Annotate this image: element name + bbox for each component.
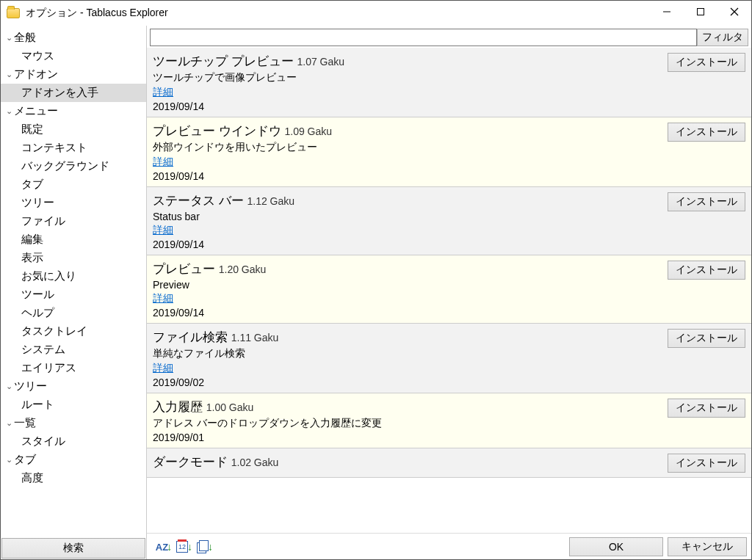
tree-node-label: マウス xyxy=(21,49,54,63)
addon-title: ステータス バー 1.12 Gaku xyxy=(153,192,668,209)
details-link[interactable]: 詳細 xyxy=(153,86,173,99)
tree-node[interactable]: 高度 xyxy=(1,469,146,487)
tree-node-label: 表示 xyxy=(21,251,43,265)
category-tree[interactable]: ⌄全般マウス⌄アドオンアドオンを入手⌄メニュー既定コンテキストバックグラウンドタ… xyxy=(1,26,146,538)
addon-item: ファイル検索 1.11 Gaku単純なファイル検索詳細2019/09/02インス… xyxy=(147,324,751,393)
addon-description: 単純なファイル検索 xyxy=(153,347,668,360)
install-button[interactable]: インストール xyxy=(668,261,745,280)
filter-button[interactable]: フィルタ xyxy=(697,29,748,46)
folder-icon xyxy=(7,8,20,18)
addon-date: 2019/09/02 xyxy=(153,377,668,388)
addon-title: ツールチップ プレビュー 1.07 Gaku xyxy=(153,53,668,70)
addon-item: ツールチップ プレビュー 1.07 Gakuツールチップで画像プレビュー詳細20… xyxy=(147,48,751,117)
collapse-icon[interactable]: ⌄ xyxy=(4,455,14,465)
tree-node-label: タブ xyxy=(21,178,43,192)
tree-node[interactable]: ⌄メニュー xyxy=(1,102,146,120)
tree-node[interactable]: ルート xyxy=(1,396,146,414)
tree-node-label: エイリアス xyxy=(21,361,76,375)
tree-node[interactable]: ファイル xyxy=(1,212,146,230)
tree-node-label: アドオンを入手 xyxy=(21,86,98,100)
install-button[interactable]: インストール xyxy=(668,329,745,348)
tree-node[interactable]: ⌄一覧 xyxy=(1,414,146,432)
addon-date: 2019/09/14 xyxy=(153,170,668,182)
addon-name: プレビュー xyxy=(153,262,219,276)
tree-node[interactable]: コンテキスト xyxy=(1,139,146,157)
addon-description: 外部ウインドウを用いたプレビュー xyxy=(153,141,668,154)
sidebar: ⌄全般マウス⌄アドオンアドオンを入手⌄メニュー既定コンテキストバックグラウンドタ… xyxy=(1,26,147,559)
sort-icons: AZ 12↓ ↓ xyxy=(151,539,213,555)
tree-node-label: 既定 xyxy=(21,123,43,137)
addon-item: ダークモード 1.02 Gakuインストール xyxy=(147,448,751,478)
filter-input[interactable] xyxy=(150,29,697,46)
tree-node[interactable]: ツリー xyxy=(1,194,146,212)
addon-title: ダークモード 1.02 Gaku xyxy=(153,454,668,470)
addon-description: アドレス バーのドロップダウンを入力履歴に変更 xyxy=(153,417,668,430)
tree-node[interactable]: ⌄タブ xyxy=(1,451,146,469)
install-button[interactable]: インストール xyxy=(668,192,745,211)
addon-name: 入力履歴 xyxy=(153,400,206,414)
tree-node-label: システム xyxy=(21,343,65,357)
details-link[interactable]: 詳細 xyxy=(153,224,173,237)
minimize-button[interactable] xyxy=(650,1,684,23)
svg-rect-1 xyxy=(698,9,704,15)
tree-node[interactable]: ヘルプ xyxy=(1,304,146,322)
search-button[interactable]: 検索 xyxy=(1,538,145,559)
collapse-icon[interactable]: ⌄ xyxy=(4,418,14,428)
tree-node[interactable]: システム xyxy=(1,341,146,359)
tree-node[interactable]: お気に入り xyxy=(1,267,146,286)
addon-date: 2019/09/01 xyxy=(153,432,668,443)
tree-node[interactable]: スタイル xyxy=(1,432,146,451)
tree-node[interactable]: マウス xyxy=(1,47,146,65)
collapse-icon[interactable]: ⌄ xyxy=(4,70,14,79)
main-panel: フィルタ ツールチップ プレビュー 1.07 Gakuツールチップで画像プレビュ… xyxy=(147,26,751,559)
maximize-button[interactable] xyxy=(684,1,717,23)
addon-meta: 1.09 Gaku xyxy=(284,126,332,137)
addon-item: ステータス バー 1.12 GakuStatus bar詳細2019/09/14… xyxy=(147,187,751,255)
collapse-icon[interactable]: ⌄ xyxy=(4,33,14,43)
tree-node-label: ツール xyxy=(21,288,54,302)
tree-node[interactable]: 表示 xyxy=(1,249,146,267)
addon-item: 入力履歴 1.00 Gakuアドレス バーのドロップダウンを入力履歴に変更201… xyxy=(147,393,751,448)
addon-title: プレビュー ウインドウ 1.09 Gaku xyxy=(153,123,668,139)
tree-node[interactable]: 編集 xyxy=(1,230,146,249)
addon-meta: 1.20 Gaku xyxy=(219,263,267,275)
tree-node[interactable]: エイリアス xyxy=(1,359,146,377)
addon-date: 2019/09/14 xyxy=(153,239,668,250)
tree-node-label: タスクトレイ xyxy=(21,324,87,338)
cancel-button[interactable]: キャンセル xyxy=(668,537,747,556)
tree-node[interactable]: タブ xyxy=(1,175,146,194)
ok-button[interactable]: OK xyxy=(569,537,663,556)
tree-node[interactable]: バックグラウンド xyxy=(1,157,146,175)
filter-bar: フィルタ xyxy=(147,26,751,48)
tree-node-label: タブ xyxy=(14,453,36,467)
details-link[interactable]: 詳細 xyxy=(153,362,173,375)
tree-node[interactable]: ⌄ツリー xyxy=(1,377,146,396)
sort-copy-icon[interactable]: ↓ xyxy=(197,539,213,555)
tree-node[interactable]: アドオンを入手 xyxy=(1,84,146,102)
options-window: オプション - Tablacus Explorer ⌄全般マウス⌄アドオンアドオ… xyxy=(0,0,752,560)
window-buttons xyxy=(650,1,751,26)
tree-node-label: スタイル xyxy=(21,434,65,448)
tree-node[interactable]: ⌄アドオン xyxy=(1,65,146,84)
tree-node-label: ルート xyxy=(21,398,54,412)
sort-date-icon[interactable]: 12↓ xyxy=(176,539,192,555)
sort-alpha-icon[interactable]: AZ xyxy=(156,539,172,555)
addon-title: 入力履歴 1.00 Gaku xyxy=(153,399,668,415)
install-button[interactable]: インストール xyxy=(668,399,745,418)
addon-list[interactable]: ツールチップ プレビュー 1.07 Gakuツールチップで画像プレビュー詳細20… xyxy=(147,48,751,533)
close-button[interactable] xyxy=(717,1,751,23)
tree-node[interactable]: タスクトレイ xyxy=(1,322,146,341)
install-button[interactable]: インストール xyxy=(668,454,745,473)
collapse-icon[interactable]: ⌄ xyxy=(4,106,14,116)
install-button[interactable]: インストール xyxy=(668,53,745,72)
tree-node[interactable]: ⌄全般 xyxy=(1,29,146,47)
tree-node-label: 編集 xyxy=(21,233,43,247)
tree-node[interactable]: 既定 xyxy=(1,120,146,139)
details-link[interactable]: 詳細 xyxy=(153,292,173,305)
addon-name: ファイル検索 xyxy=(153,330,231,344)
details-link[interactable]: 詳細 xyxy=(153,156,173,169)
collapse-icon[interactable]: ⌄ xyxy=(4,382,14,391)
tree-node[interactable]: ツール xyxy=(1,286,146,304)
addon-description: ツールチップで画像プレビュー xyxy=(153,71,668,84)
install-button[interactable]: インストール xyxy=(668,123,745,142)
